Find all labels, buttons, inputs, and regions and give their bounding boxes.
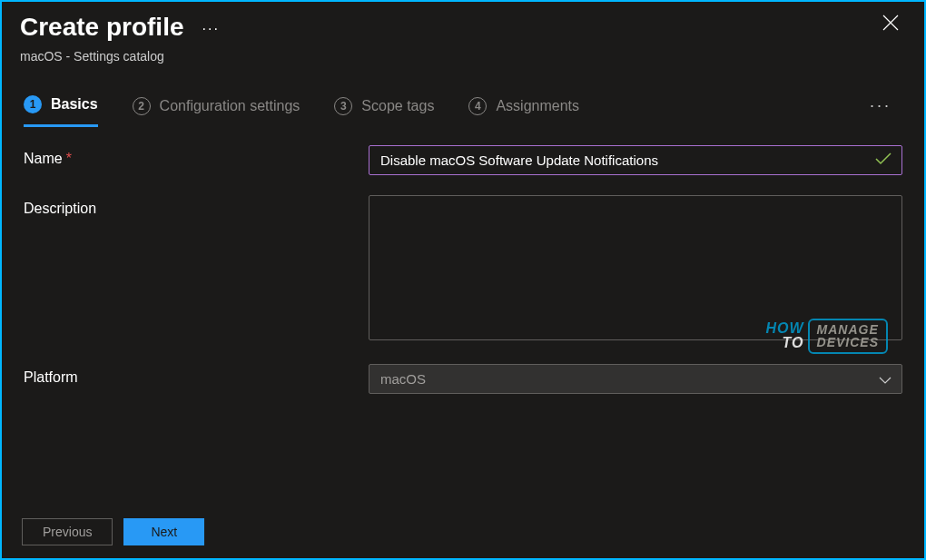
tab-label: Assignments: [496, 98, 579, 114]
next-button[interactable]: Next: [123, 518, 204, 545]
tab-label: Configuration settings: [160, 98, 300, 114]
wizard-tabs: 1 Basics 2 Configuration settings 3 Scop…: [2, 77, 924, 127]
name-input[interactable]: [369, 145, 902, 175]
tab-badge: 4: [468, 97, 487, 115]
watermark: HOW TO MANAGE DEVICES: [765, 319, 888, 354]
close-icon[interactable]: [875, 13, 906, 36]
platform-label: Platform: [24, 364, 369, 386]
title-more-icon[interactable]: ···: [202, 21, 220, 37]
description-label: Description: [24, 195, 369, 217]
watermark-manage: MANAGE: [817, 323, 879, 337]
required-asterisk: *: [66, 151, 72, 166]
name-label: Name*: [24, 145, 369, 167]
tab-badge: 1: [24, 95, 42, 113]
tab-assignments[interactable]: 4 Assignments: [468, 97, 579, 126]
tab-badge: 3: [334, 97, 352, 115]
previous-button[interactable]: Previous: [22, 518, 113, 545]
platform-select: macOS: [369, 364, 902, 394]
tabs-more-icon[interactable]: ···: [870, 96, 902, 126]
check-icon: [875, 152, 892, 169]
tab-configuration-settings[interactable]: 2 Configuration settings: [133, 97, 300, 126]
watermark-to: TO: [765, 336, 803, 350]
page-title: Create profile: [20, 13, 184, 42]
tab-basics[interactable]: 1 Basics: [24, 95, 98, 127]
page-subtitle: macOS - Settings catalog: [2, 49, 924, 77]
tab-scope-tags[interactable]: 3 Scope tags: [334, 97, 434, 126]
watermark-devices: DEVICES: [817, 336, 879, 349]
tab-label: Basics: [51, 96, 98, 113]
tab-label: Scope tags: [361, 98, 434, 114]
tab-badge: 2: [133, 97, 151, 115]
watermark-how: HOW: [765, 321, 803, 336]
